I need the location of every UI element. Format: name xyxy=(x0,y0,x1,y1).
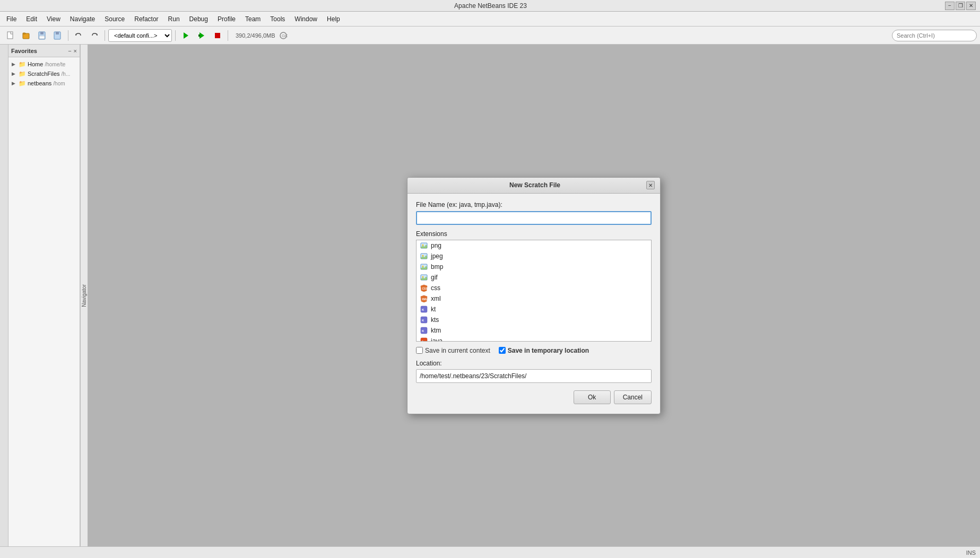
ext-icon-xml: XML xyxy=(420,294,428,303)
menu-source[interactable]: Source xyxy=(100,14,129,24)
ext-item-kt[interactable]: K kt xyxy=(417,304,651,315)
toolbar-sep-3 xyxy=(175,30,176,41)
ext-item-css[interactable]: CSS css xyxy=(417,283,651,293)
debug-button[interactable] xyxy=(195,29,209,42)
stop-button[interactable] xyxy=(211,29,224,42)
redo-button[interactable] xyxy=(88,29,101,42)
extensions-list[interactable]: png jpeg xyxy=(416,240,652,342)
file-name-label: File Name (ex: java, tmp.java): xyxy=(416,201,652,208)
save-context-label: Save in current context xyxy=(425,347,490,354)
main-layout: Favorites − × ▶ 📁 Home /home/te ▶ 📁 Scra… xyxy=(0,45,980,546)
tree-label-home: Home xyxy=(28,61,43,67)
open-project-button[interactable] xyxy=(19,29,33,42)
ext-icon-jpeg xyxy=(420,252,428,260)
ext-icon-kt: K xyxy=(420,305,428,313)
ext-icon-ktm: K xyxy=(420,326,428,335)
menu-file[interactable]: File xyxy=(2,14,21,24)
gc-button[interactable]: GC xyxy=(277,30,289,41)
toolbar-sep-2 xyxy=(105,30,105,41)
menu-window[interactable]: Window xyxy=(290,14,322,24)
ext-item-xml[interactable]: XML xml xyxy=(417,293,651,304)
tree-path-netbeans: /hom xyxy=(53,81,65,86)
left-tab-bar xyxy=(0,45,8,546)
save-context-checkbox-label[interactable]: Save in current context xyxy=(416,347,490,354)
svg-rect-0 xyxy=(7,32,13,39)
ext-item-png[interactable]: png xyxy=(417,240,651,251)
tree-path-scratchfiles: /h... xyxy=(62,71,71,77)
ext-item-bmp[interactable]: bmp xyxy=(417,261,651,272)
ext-label-jpeg: jpeg xyxy=(431,252,443,260)
ext-label-ktm: ktm xyxy=(431,327,441,334)
menu-navigate[interactable]: Navigate xyxy=(66,14,99,24)
dialog-close-button[interactable]: ✕ xyxy=(646,181,655,189)
ext-item-kts[interactable]: K kts xyxy=(417,315,651,325)
sidebar-minimize-button[interactable]: − xyxy=(68,48,71,54)
ext-label-xml: xml xyxy=(431,295,441,302)
ext-label-css: css xyxy=(431,284,440,292)
menu-tools[interactable]: Tools xyxy=(266,14,289,24)
search-input[interactable] xyxy=(892,30,977,41)
svg-text:J: J xyxy=(422,339,423,342)
ext-icon-java: J xyxy=(420,337,428,342)
tree-item-scratchfiles[interactable]: ▶ 📁 ScratchFiles /h... xyxy=(10,69,79,79)
tree-item-home[interactable]: ▶ 📁 Home /home/te xyxy=(10,59,79,69)
new-file-button[interactable] xyxy=(3,29,17,42)
save-temp-checkbox[interactable] xyxy=(499,347,506,354)
ext-label-gif: gif xyxy=(431,274,438,281)
dialog-titlebar: New Scratch File ✕ xyxy=(407,178,660,194)
location-label: Location: xyxy=(416,360,652,367)
modal-overlay: New Scratch File ✕ File Name (ex: java, … xyxy=(88,45,980,546)
ok-button[interactable]: Ok xyxy=(574,390,611,404)
save-context-checkbox[interactable] xyxy=(416,347,423,354)
ext-item-java[interactable]: J java xyxy=(417,336,651,342)
close-button[interactable]: ✕ xyxy=(966,2,976,10)
run-button[interactable] xyxy=(179,29,193,42)
menu-edit[interactable]: Edit xyxy=(22,14,41,24)
sidebar-tree: ▶ 📁 Home /home/te ▶ 📁 ScratchFiles /h...… xyxy=(8,57,80,546)
menu-refactor[interactable]: Refactor xyxy=(130,14,162,24)
minimize-button[interactable]: − xyxy=(945,2,955,10)
save-temp-checkbox-label[interactable]: Save in temporary location xyxy=(499,347,589,354)
restore-button[interactable]: ❐ xyxy=(956,2,965,10)
sidebar-close-button[interactable]: × xyxy=(74,48,77,54)
config-dropdown[interactable]: <default confi...> xyxy=(108,29,172,42)
tree-label-scratchfiles: ScratchFiles xyxy=(28,71,60,77)
ext-item-ktm[interactable]: K ktm xyxy=(417,325,651,336)
svg-text:CSS: CSS xyxy=(422,286,428,290)
folder-icon-netbeans: 📁 xyxy=(19,80,26,87)
new-scratch-file-dialog: New Scratch File ✕ File Name (ex: java, … xyxy=(407,177,661,414)
svg-text:XML: XML xyxy=(422,297,428,300)
menu-run[interactable]: Run xyxy=(164,14,184,24)
ext-label-bmp: bmp xyxy=(431,263,443,271)
menu-bar: File Edit View Navigate Source Refactor … xyxy=(0,12,980,27)
dialog-title: New Scratch File xyxy=(423,181,646,189)
menu-team[interactable]: Team xyxy=(241,14,265,24)
undo-button[interactable] xyxy=(72,29,85,42)
tree-path-home: /home/te xyxy=(45,62,65,67)
tree-arrow-home: ▶ xyxy=(12,62,17,67)
menu-view[interactable]: View xyxy=(42,14,65,24)
svg-rect-4 xyxy=(40,32,44,34)
tree-arrow-netbeans: ▶ xyxy=(12,81,17,86)
svg-text:K: K xyxy=(422,318,424,321)
save-button[interactable] xyxy=(35,29,49,42)
save-all-button[interactable] xyxy=(51,29,65,42)
ins-indicator: INS xyxy=(966,550,976,556)
cancel-button[interactable]: Cancel xyxy=(614,390,652,404)
file-name-input[interactable] xyxy=(416,211,652,225)
ext-item-gif[interactable]: gif xyxy=(417,272,651,283)
dialog-body: File Name (ex: java, tmp.java): Extensio… xyxy=(407,194,660,414)
ext-label-png: png xyxy=(431,242,441,249)
menu-debug[interactable]: Debug xyxy=(185,14,212,24)
navigator-label: Navigator xyxy=(81,284,87,307)
svg-text:GC: GC xyxy=(282,33,288,38)
toolbar-sep-1 xyxy=(68,30,68,41)
ext-item-jpeg[interactable]: jpeg xyxy=(417,251,651,261)
dialog-buttons: Ok Cancel xyxy=(416,390,652,406)
svg-rect-2 xyxy=(23,33,25,34)
menu-profile[interactable]: Profile xyxy=(213,14,240,24)
tree-item-netbeans[interactable]: ▶ 📁 netbeans /hom xyxy=(10,79,79,88)
ext-icon-png xyxy=(420,241,428,250)
menu-help[interactable]: Help xyxy=(323,14,344,24)
content-area: New Scratch File ✕ File Name (ex: java, … xyxy=(88,45,980,546)
